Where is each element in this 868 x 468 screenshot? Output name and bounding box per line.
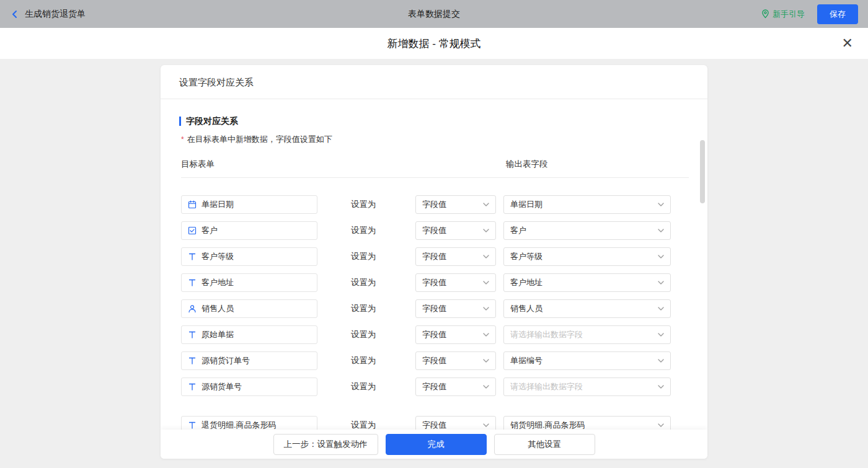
- chevron-down-icon: [658, 281, 664, 285]
- card-body: 字段对应关系 *在目标表单中新增数据，字段值设置如下 目标表单 输出表字段 单据…: [161, 99, 707, 430]
- location-pin-icon: [761, 9, 769, 19]
- chevron-down-icon: [483, 359, 489, 363]
- page-title: 表单数据提交: [408, 9, 460, 20]
- card-title: 设置字段对应关系: [161, 65, 707, 99]
- value-type-select[interactable]: 字段值: [415, 351, 496, 370]
- value-type-select[interactable]: 字段值: [415, 377, 496, 396]
- chevron-down-icon: [483, 385, 489, 389]
- guide-label: 新手引导: [773, 9, 805, 20]
- mapping-row: 退货明细.商品条形码设置为字段值销货明细.商品条形码: [181, 416, 689, 430]
- source-field-box[interactable]: 源销货订单号: [181, 351, 317, 370]
- other-settings-button[interactable]: 其他设置: [494, 434, 595, 455]
- text-field-icon: [188, 421, 197, 430]
- back-label[interactable]: 生成销货退货单: [25, 9, 86, 20]
- value-type-select[interactable]: 字段值: [415, 247, 496, 266]
- source-field-label: 客户等级: [202, 251, 234, 262]
- value-type-select[interactable]: 字段值: [415, 221, 496, 240]
- set-as-label: 设置为: [351, 225, 381, 236]
- mapping-row: 原始单据设置为字段值请选择输出数据字段: [181, 325, 689, 344]
- required-asterisk: *: [181, 135, 184, 144]
- chevron-down-icon: [483, 281, 489, 285]
- source-field-box[interactable]: 原始单据: [181, 325, 317, 344]
- output-field-selected: 请选择输出数据字段: [510, 329, 583, 340]
- set-as-label: 设置为: [351, 329, 381, 340]
- output-field-select[interactable]: 单据编号: [503, 351, 671, 370]
- source-field-label: 退货明细.商品条形码: [202, 420, 277, 430]
- text-field-icon: [188, 252, 197, 261]
- hint-label: 在目标表单中新增数据，字段值设置如下: [187, 135, 332, 144]
- set-as-label: 设置为: [351, 420, 381, 430]
- output-field-selected: 客户等级: [510, 251, 542, 262]
- source-field-box[interactable]: 单据日期: [181, 195, 317, 214]
- chevron-down-icon: [658, 333, 664, 337]
- topbar: 生成销货退货单 表单数据提交 新手引导 保存: [0, 0, 868, 28]
- output-field-select[interactable]: 请选择输出数据字段: [503, 377, 671, 396]
- back-nav[interactable]: 生成销货退货单: [10, 9, 86, 20]
- value-type-selected: 字段值: [422, 355, 446, 366]
- source-field-box[interactable]: 客户等级: [181, 247, 317, 266]
- source-field-label: 源销货订单号: [202, 355, 250, 366]
- output-field-selected: 客户: [510, 225, 526, 236]
- mapping-row: 客户设置为字段值客户: [181, 221, 689, 240]
- value-type-selected: 字段值: [422, 329, 446, 340]
- output-field-select[interactable]: 销售人员: [503, 299, 671, 318]
- output-field-select[interactable]: 客户等级: [503, 247, 671, 266]
- output-field-selected: 单据编号: [510, 355, 542, 366]
- source-field-box[interactable]: 源销货单号: [181, 377, 317, 396]
- value-type-selected: 字段值: [422, 251, 446, 262]
- mapping-row: 源销货订单号设置为字段值单据编号: [181, 351, 689, 370]
- save-button[interactable]: 保存: [817, 4, 858, 24]
- output-field-select[interactable]: 单据日期: [503, 195, 671, 214]
- output-field-select[interactable]: 请选择输出数据字段: [503, 325, 671, 344]
- value-type-selected: 字段值: [422, 225, 446, 236]
- beginner-guide-link[interactable]: 新手引导: [761, 9, 805, 20]
- source-field-box[interactable]: 退货明细.商品条形码: [181, 416, 317, 430]
- scrollbar-track[interactable]: [700, 138, 705, 397]
- chevron-down-icon: [483, 203, 489, 206]
- value-type-select[interactable]: 字段值: [415, 416, 496, 430]
- output-field-selected: 销货明细.商品条形码: [510, 420, 585, 430]
- column-headers: 目标表单 输出表字段: [181, 159, 689, 178]
- chevron-down-icon: [658, 229, 664, 232]
- done-button[interactable]: 完成: [386, 434, 487, 455]
- modal-header: 新增数据 - 常规模式 ✕: [0, 28, 868, 59]
- source-field-label: 销售人员: [202, 303, 234, 314]
- source-field-label: 单据日期: [202, 199, 234, 210]
- chevron-down-icon: [658, 255, 664, 258]
- set-as-label: 设置为: [351, 251, 381, 262]
- chevron-down-icon: [483, 229, 489, 232]
- close-icon[interactable]: ✕: [842, 37, 853, 50]
- source-field-box[interactable]: 客户: [181, 221, 317, 240]
- output-field-selected: 客户地址: [510, 277, 542, 288]
- chevron-down-icon: [483, 333, 489, 337]
- chevron-down-icon: [483, 307, 489, 311]
- source-field-label: 客户: [202, 225, 218, 236]
- value-type-selected: 字段值: [422, 199, 446, 210]
- set-as-label: 设置为: [351, 381, 381, 392]
- text-field-icon: [188, 278, 197, 287]
- source-field-box[interactable]: 销售人员: [181, 299, 317, 318]
- section-title: 字段对应关系: [179, 117, 689, 126]
- output-field-select[interactable]: 销货明细.商品条形码: [503, 416, 671, 430]
- back-chevron-icon[interactable]: [10, 9, 20, 19]
- value-type-select[interactable]: 字段值: [415, 273, 496, 292]
- set-as-label: 设置为: [351, 277, 381, 288]
- value-type-selected: 字段值: [422, 381, 446, 392]
- text-field-icon: [188, 330, 197, 339]
- output-field-selected: 单据日期: [510, 199, 542, 210]
- source-field-box[interactable]: 客户地址: [181, 273, 317, 292]
- scrollbar-thumb[interactable]: [700, 140, 705, 203]
- mapping-row: 客户地址设置为字段值客户地址: [181, 273, 689, 292]
- set-as-label: 设置为: [351, 355, 381, 366]
- output-field-select[interactable]: 客户地址: [503, 273, 671, 292]
- topbar-actions: 新手引导 保存: [761, 4, 858, 24]
- output-field-selected: 请选择输出数据字段: [510, 381, 583, 392]
- user-field-icon: [188, 304, 197, 313]
- prev-step-button[interactable]: 上一步：设置触发动作: [273, 434, 378, 455]
- text-field-icon: [188, 382, 197, 391]
- value-type-select[interactable]: 字段值: [415, 195, 496, 214]
- source-field-label: 客户地址: [202, 277, 234, 288]
- value-type-select[interactable]: 字段值: [415, 325, 496, 344]
- output-field-select[interactable]: 客户: [503, 221, 671, 240]
- value-type-select[interactable]: 字段值: [415, 299, 496, 318]
